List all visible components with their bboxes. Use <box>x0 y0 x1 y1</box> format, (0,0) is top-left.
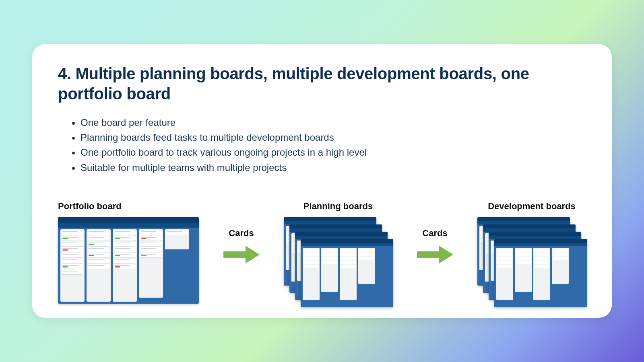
planning-boards-stack <box>284 217 392 310</box>
arrow-right-icon <box>221 243 262 267</box>
bullet-list: One board per feature Planning boards fe… <box>58 115 586 175</box>
portfolio-label: Portfolio board <box>58 201 122 212</box>
development-column: Development boards <box>477 201 586 310</box>
arrow-1: Cards <box>221 201 262 294</box>
arrow-label-1: Cards <box>229 228 254 239</box>
development-label: Development boards <box>488 201 576 212</box>
slide-card: 4. Multiple planning boards, multiple de… <box>32 44 612 318</box>
development-boards-stack <box>477 217 586 310</box>
bullet-item: Planning boards feed tasks to multiple d… <box>80 130 586 145</box>
bullet-item: One portfolio board to track various ong… <box>80 145 586 160</box>
arrow-label-2: Cards <box>422 228 447 239</box>
portfolio-board-thumbnail <box>58 217 199 304</box>
slide-background: 4. Multiple planning boards, multiple de… <box>0 0 644 362</box>
portfolio-column: Portfolio board <box>58 201 199 304</box>
arrow-2: Cards <box>415 201 455 294</box>
bullet-item: One board per feature <box>80 115 586 130</box>
diagram-row: Portfolio board Cards <box>58 201 586 310</box>
planning-label: Planning boards <box>303 201 373 212</box>
planning-column: Planning boards <box>284 201 392 310</box>
arrow-right-icon <box>415 243 455 267</box>
bullet-item: Suitable for multiple teams with multipl… <box>80 160 586 175</box>
slide-heading: 4. Multiple planning boards, multiple de… <box>58 64 586 104</box>
